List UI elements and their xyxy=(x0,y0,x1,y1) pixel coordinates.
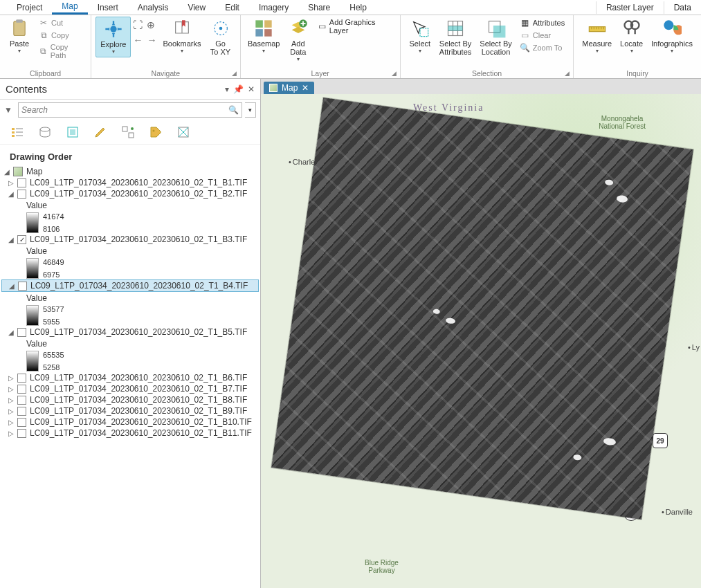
layer-visibility-checkbox[interactable] xyxy=(17,190,26,199)
layer-visibility-checkbox[interactable] xyxy=(17,418,26,427)
layer-row[interactable]: ▷LC09_L1TP_017034_20230610_20230610_02_T… xyxy=(1,372,259,383)
layer-visibility-checkbox[interactable]: ✓ xyxy=(17,235,26,244)
layer-row[interactable]: ◢LC09_L1TP_017034_20230610_20230610_02_T… xyxy=(1,327,259,338)
zoom-to-selection-button[interactable]: 🔍Zoom To xyxy=(518,42,567,53)
next-extent-icon[interactable]: → xyxy=(147,35,156,46)
expand-icon[interactable]: ▷ xyxy=(7,430,15,437)
contents-tree[interactable]: Drawing Order ◢ Map ▷LC09_L1TP_017034_20… xyxy=(0,145,260,588)
layer-visibility-checkbox[interactable] xyxy=(17,178,26,187)
layer-visibility-checkbox[interactable] xyxy=(17,396,26,405)
svg-point-19 xyxy=(40,127,50,131)
select-by-location-button[interactable]: Select By Location xyxy=(475,17,516,58)
paste-button[interactable]: Paste ▾ xyxy=(4,17,35,56)
layer-visibility-checkbox[interactable] xyxy=(17,328,26,337)
goto-xy-button[interactable]: Go To XY xyxy=(206,17,236,58)
clear-selection-button[interactable]: ▭Clear xyxy=(518,30,567,41)
navigate-dialog-launcher[interactable]: ◢ xyxy=(232,70,239,77)
layer-row[interactable]: ◢✓LC09_L1TP_017034_20230610_20230610_02_… xyxy=(1,234,259,245)
copy-button[interactable]: ⧉Copy xyxy=(37,30,84,41)
infographics-button[interactable]: Infographics ▾ xyxy=(647,17,697,56)
layer-row[interactable]: ◢LC09_L1TP_017034_20230610_20230610_02_T… xyxy=(1,279,259,292)
park-label-monongahela: Monongahela National Forest xyxy=(599,115,646,130)
layer-visibility-checkbox[interactable] xyxy=(17,385,26,394)
filter-icon[interactable]: ▼ xyxy=(4,105,15,115)
search-icon[interactable]: 🔍 xyxy=(228,105,239,115)
context-tab-data[interactable]: Data xyxy=(664,1,701,14)
city-label-danville: Danville xyxy=(662,508,693,516)
menu-edit[interactable]: Edit xyxy=(215,1,249,14)
pane-menu-icon[interactable]: ▾ xyxy=(225,84,229,94)
menu-map[interactable]: Map xyxy=(52,0,87,15)
cut-button[interactable]: ✂Cut xyxy=(37,17,84,28)
expand-icon[interactable]: ▷ xyxy=(7,407,15,415)
menu-view[interactable]: View xyxy=(178,1,215,14)
svg-point-18 xyxy=(664,20,673,30)
locate-button[interactable]: Locate ▾ xyxy=(616,17,647,56)
hwy-shield-29: 29 xyxy=(653,433,668,448)
layer-visibility-checkbox[interactable] xyxy=(17,429,26,438)
layer-row[interactable]: ▷LC09_L1TP_017034_20230610_20230610_02_T… xyxy=(1,416,259,428)
close-tab-icon[interactable]: ✕ xyxy=(302,83,309,93)
menu-imagery[interactable]: Imagery xyxy=(249,1,298,14)
collapse-icon[interactable]: ◢ xyxy=(3,168,11,176)
ribbon-group-layer: Basemap ▾ Add Data ▾ ▭ Add Graphics Laye… xyxy=(241,15,401,78)
context-tab-raster-layer[interactable]: Raster Layer xyxy=(596,1,664,14)
select-by-attributes-button[interactable]: Select By Attributes xyxy=(435,17,475,58)
copy-path-button[interactable]: ⧉Copy Path xyxy=(37,42,84,60)
list-by-perceptual-button[interactable] xyxy=(176,125,191,140)
map-tab[interactable]: Map ✕ xyxy=(264,82,314,94)
attributes-button[interactable]: ▦Attributes xyxy=(518,17,567,28)
layer-row[interactable]: ◢LC09_L1TP_017034_20230610_20230610_02_T… xyxy=(1,188,259,199)
explore-button[interactable]: Explore ▾ xyxy=(95,17,131,57)
list-by-snapping-button[interactable] xyxy=(120,125,136,140)
layer-visibility-checkbox[interactable] xyxy=(17,407,26,416)
menu-insert[interactable]: Insert xyxy=(88,1,128,14)
basemap-button[interactable]: Basemap ▾ xyxy=(245,17,283,56)
contents-search-input[interactable] xyxy=(21,105,226,115)
list-by-drawing-order-button[interactable] xyxy=(10,125,25,140)
close-pane-icon[interactable]: ✕ xyxy=(248,84,255,94)
select-button[interactable]: Select ▾ xyxy=(405,17,435,56)
ribbon-group-navigate: Explore ▾ ⛶ ⊕ ← → Bookmarks ▾ xyxy=(91,15,240,78)
list-by-source-button[interactable] xyxy=(37,125,53,140)
search-dropdown[interactable]: ▾ xyxy=(245,102,256,118)
layer-visibility-checkbox[interactable] xyxy=(17,374,26,383)
menu-project[interactable]: Project xyxy=(7,1,52,14)
bookmarks-button[interactable]: Bookmarks ▾ xyxy=(158,17,205,56)
menu-help[interactable]: Help xyxy=(340,1,376,14)
selection-dialog-launcher[interactable]: ◢ xyxy=(565,70,572,77)
expand-icon[interactable]: ▷ xyxy=(7,396,15,404)
prev-extent-icon[interactable]: ← xyxy=(133,35,143,46)
list-by-editing-button[interactable] xyxy=(93,125,108,140)
layer-row[interactable]: ▷LC09_L1TP_017034_20230610_20230610_02_T… xyxy=(1,428,259,439)
layer-row[interactable]: ▷LC09_L1TP_017034_20230610_20230610_02_T… xyxy=(1,383,259,394)
menu-analysis[interactable]: Analysis xyxy=(128,1,179,14)
locate-icon xyxy=(622,19,641,38)
autohide-icon[interactable]: 📌 xyxy=(233,84,244,94)
collapse-icon[interactable]: ◢ xyxy=(8,282,16,290)
add-data-button[interactable]: Add Data ▾ xyxy=(283,17,313,64)
measure-button[interactable]: Measure ▾ xyxy=(578,17,616,56)
expand-icon[interactable]: ▷ xyxy=(7,179,15,187)
expand-icon[interactable]: ▷ xyxy=(7,374,15,382)
collapse-icon[interactable]: ◢ xyxy=(7,190,15,198)
map-canvas[interactable]: West Virginia Charleston Danville Ly Mon… xyxy=(261,94,701,588)
menu-share[interactable]: Share xyxy=(298,1,340,14)
layer-row[interactable]: ▷LC09_L1TP_017034_20230610_20230610_02_T… xyxy=(1,405,259,416)
layer-dialog-launcher[interactable]: ◢ xyxy=(392,70,399,77)
add-graphics-layer-button[interactable]: ▭ Add Graphics Layer xyxy=(316,17,394,35)
layer-row[interactable]: ▷LC09_L1TP_017034_20230610_20230610_02_T… xyxy=(1,177,259,188)
full-extent-icon[interactable]: ⛶ xyxy=(133,19,143,30)
map-node[interactable]: ◢ Map xyxy=(1,166,259,177)
list-by-selection-button[interactable] xyxy=(65,125,80,140)
expand-icon[interactable]: ▷ xyxy=(7,419,15,426)
layer-row[interactable]: ▷LC09_L1TP_017034_20230610_20230610_02_T… xyxy=(1,394,259,405)
fixed-zoom-in-icon[interactable]: ⊕ xyxy=(147,19,155,30)
expand-icon[interactable]: ▷ xyxy=(7,385,15,393)
select-icon xyxy=(410,19,430,38)
list-by-labeling-button[interactable] xyxy=(148,125,163,140)
collapse-icon[interactable]: ◢ xyxy=(7,236,15,244)
collapse-icon[interactable]: ◢ xyxy=(7,329,15,336)
color-ramp xyxy=(26,212,39,233)
layer-visibility-checkbox[interactable] xyxy=(18,282,27,291)
